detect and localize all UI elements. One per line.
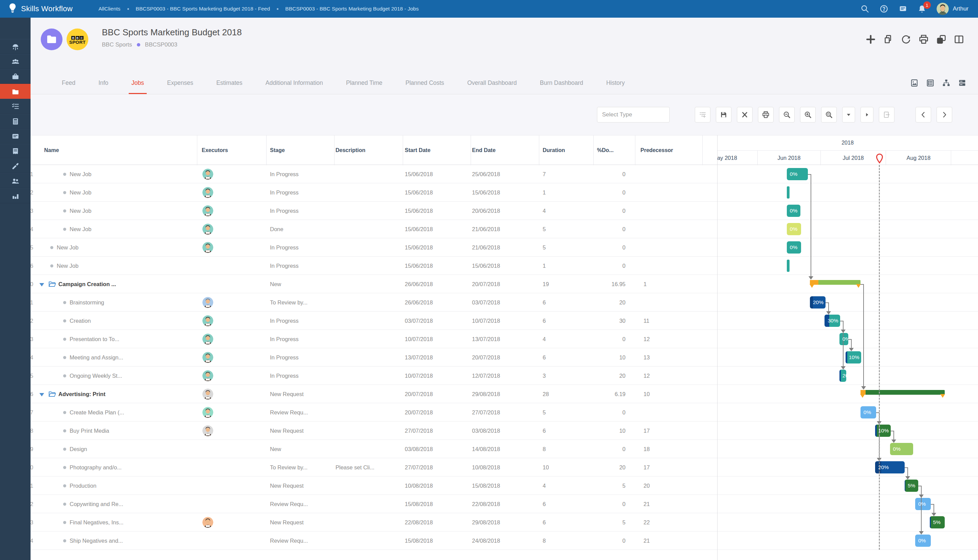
help-icon[interactable] [880,4,888,13]
sidebar-item-note-card[interactable] [0,128,30,143]
column-header-do[interactable]: %Do... [597,135,614,165]
split-view-button[interactable] [953,34,965,45]
table-row[interactable]: 2New Job In Progress15/06/201815/06/2018… [30,183,978,202]
sidebar-item-users-group[interactable] [0,54,30,69]
zoom-selection-button[interactable] [821,107,837,123]
collapse-expander[interactable] [39,393,44,397]
caret-down-button[interactable] [842,107,855,123]
gantt-task-bar[interactable]: 30% [824,315,840,327]
table-row[interactable]: 21ProductionNew Request10/08/201815/08/2… [30,477,978,495]
sidebar-item-receipt[interactable] [0,143,30,158]
table-row[interactable]: 24Ship Negatives and...Review Requ...15/… [30,532,978,550]
gantt-task-bar[interactable] [787,260,789,272]
copy-button[interactable] [883,34,894,45]
job-name[interactable]: Campaign Creation ... [58,275,197,293]
job-name[interactable]: Ship Negatives and... [70,532,197,550]
gantt-task-bar[interactable]: 0% [890,443,913,455]
job-name[interactable]: Creation [70,312,197,330]
table-row[interactable]: 17Create Media Plan (... Review Requ...2… [30,403,978,422]
caret-right-button[interactable] [861,107,873,123]
job-name[interactable]: Presentation to To... [70,330,197,348]
chevron-left-button[interactable] [916,107,931,123]
gantt-task-bar[interactable]: 0% [787,241,801,253]
job-name[interactable]: Buy Print Media [70,422,197,440]
sidebar-item-folder[interactable] [0,84,30,99]
job-name[interactable]: Brainstorming [70,293,197,312]
table-row[interactable]: 11Brainstorming To Review by...26/06/201… [30,293,978,312]
gantt-task-bar[interactable]: 10% [846,351,861,363]
breadcrumb-item[interactable]: BBCSP0003 - BBC Sports Marketing Budget … [285,6,419,12]
gantt-summary-bar[interactable] [810,280,861,285]
tab-estimates[interactable]: Estimates [205,72,254,94]
column-header-name[interactable]: Name [44,135,59,165]
zoom-in-button[interactable] [800,107,816,123]
table-row[interactable]: 3New Job In Progress15/06/201820/06/2018… [30,202,978,220]
tab-burn-dashboard[interactable]: Burn Dashboard [528,72,595,94]
gantt-task-bar[interactable]: 0% [915,498,931,510]
gantt-summary-bar[interactable] [861,390,945,395]
tab-overall-dashboard[interactable]: Overall Dashboard [456,72,528,94]
sidebar-item-lamp[interactable] [0,39,30,54]
column-header-executors[interactable]: Executors [202,135,228,165]
tree-view-icon[interactable] [942,79,951,87]
job-name[interactable]: New Job [70,220,197,238]
job-name[interactable]: Photography and/o... [70,458,197,477]
user-menu[interactable]: Arthur [936,3,968,15]
column-header-stage[interactable]: Stage [270,135,285,165]
tab-history[interactable]: History [595,72,636,94]
job-name[interactable]: New Job [70,202,197,220]
job-name[interactable]: Final Negatives, Ins... [70,513,197,532]
refresh-button[interactable] [901,34,911,45]
job-name[interactable]: Create Media Plan (... [70,403,197,422]
job-name[interactable]: New Job [70,183,197,202]
zoom-out-button[interactable] [779,107,794,123]
save-button[interactable] [716,107,731,123]
sidebar-item-people[interactable] [0,173,30,188]
table-row[interactable]: 19DesignNew03/08/201814/08/20188180 [30,440,978,458]
media-view-icon[interactable] [910,79,919,87]
column-header-duration[interactable]: Duration [542,135,565,165]
job-name[interactable]: Copywriting and Re... [70,495,197,513]
gantt-task-bar[interactable]: 0% [915,535,931,547]
list-view-icon[interactable] [926,79,935,87]
gantt-task-bar[interactable]: 5% [905,480,918,492]
table-row[interactable]: 14Meeting and Assign... In Progress13/07… [30,348,978,367]
windows-button[interactable] [936,34,947,45]
table-row[interactable]: 13Presentation to To... In Progress10/07… [30,330,978,348]
gantt-task-bar[interactable]: 20% [875,461,905,473]
job-name[interactable]: Ongoing Weekly St... [70,367,197,385]
table-row[interactable]: 6New JobIn Progress15/06/201815/06/20181… [30,257,978,275]
gantt-task-bar[interactable]: 10% [875,425,891,437]
table-row[interactable]: 4New Job Done15/06/201821/06/201850 [30,220,978,238]
chat-icon[interactable] [898,4,907,13]
job-name[interactable]: Advertising: Print [58,385,197,403]
print-button[interactable] [918,34,929,45]
tab-planned-costs[interactable]: Planned Costs [394,72,456,94]
table-row[interactable]: 22Copywriting and Re...Review Requ...15/… [30,495,978,513]
table-row[interactable]: 1New Job In Progress15/06/201825/06/2018… [30,165,978,183]
table-row[interactable]: 16Advertising: Print New Request20/07/20… [30,385,978,403]
breadcrumb-item[interactable]: AllClients [98,6,120,12]
job-name[interactable]: New Job [57,238,197,257]
table-row[interactable]: 20Photography and/o...To Review by...Ple… [30,458,978,477]
add-button[interactable] [865,34,876,45]
sidebar-item-checklist[interactable] [0,99,30,114]
gantt-task-bar[interactable]: 0% [861,406,876,418]
gantt-task-bar[interactable]: 0% [839,333,848,345]
gantt-task-bar[interactable]: 0% [787,168,808,180]
job-name[interactable]: Design [70,440,197,458]
search-icon[interactable] [861,4,870,13]
table-row[interactable]: 15Ongoing Weekly St... In Progress10/07/… [30,367,978,385]
tab-expenses[interactable]: Expenses [155,72,205,94]
table-row[interactable]: 18Buy Print Media New Request27/07/20180… [30,422,978,440]
brand[interactable]: Skills Workflow [0,3,98,15]
table-row[interactable]: 5New Job In Progress15/06/201821/06/2018… [30,238,978,257]
tab-info[interactable]: Info [87,72,120,94]
job-name[interactable]: New Job [57,257,197,275]
job-name[interactable]: Meeting and Assign... [70,348,197,367]
gantt-task-bar[interactable]: 20% [839,370,846,382]
gantt-task-bar[interactable]: 0% [787,223,801,235]
chevron-right-button[interactable] [936,107,952,123]
clear-button[interactable] [737,107,753,123]
add-to-list-button[interactable] [695,107,710,123]
